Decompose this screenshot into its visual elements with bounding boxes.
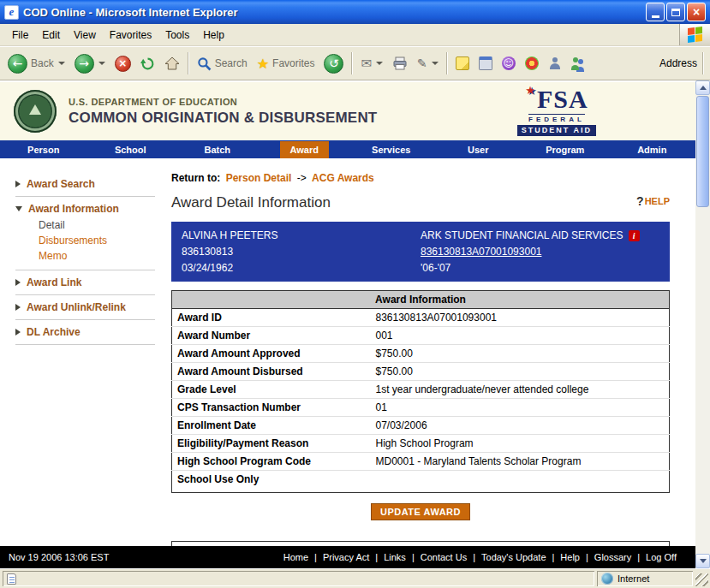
ie-app-icon: e	[4, 5, 19, 20]
page-title: Award Detail Information	[171, 194, 331, 211]
nav-services[interactable]: Services	[348, 140, 435, 158]
return-to-label: Return to:	[171, 172, 220, 184]
scrollbar-track[interactable]	[695, 95, 710, 554]
back-dropdown-icon	[58, 62, 65, 65]
footer-link-links[interactable]: Links	[384, 552, 406, 562]
web-page: U.S. DEPARTMENT OF EDUCATION COMMON ORIG…	[0, 80, 695, 568]
discuss-button[interactable]	[451, 54, 474, 73]
edit-dropdown-icon	[432, 62, 439, 65]
mail-button[interactable]: ✉	[356, 53, 387, 74]
nav-user[interactable]: User	[435, 140, 522, 158]
footer-link-home[interactable]: Home	[283, 552, 308, 562]
scrollbar-thumb[interactable]	[696, 96, 709, 207]
menu-file[interactable]: File	[5, 24, 35, 45]
table-row: Grade Level1st year undergraduate/never …	[172, 381, 670, 399]
toolbar-separator	[351, 52, 353, 74]
table-row: Award Amount Disbursed$750.00	[172, 363, 670, 381]
minimize-icon	[652, 15, 659, 18]
window-icon	[479, 56, 492, 70]
scroll-down-icon	[700, 559, 707, 563]
menu-view[interactable]: View	[67, 24, 103, 45]
search-button[interactable]: Search	[193, 54, 252, 74]
nav-admin[interactable]: Admin	[609, 140, 696, 158]
toolbar-separator	[188, 52, 189, 74]
menu-edit[interactable]: Edit	[35, 24, 67, 45]
close-button[interactable]: ×	[687, 3, 706, 21]
icq-button[interactable]	[521, 54, 543, 73]
footer-link-contact-us[interactable]: Contact Us	[421, 552, 467, 562]
table-row: Award ID836130813A07001093001	[172, 309, 670, 327]
status-message-pane	[3, 571, 594, 586]
forward-button[interactable]: →	[70, 51, 110, 76]
footer-link-help[interactable]: Help	[560, 552, 580, 562]
sidebar-item-award-search[interactable]: Award Search	[15, 178, 155, 190]
stop-button[interactable]: ×	[110, 53, 135, 74]
primary-nav: Person School Batch Award Services User …	[0, 140, 695, 158]
sidebar-item-disbursements[interactable]: Disbursements	[39, 235, 155, 246]
menu-favorites[interactable]: Favorites	[103, 24, 158, 45]
maximize-button[interactable]	[666, 3, 685, 21]
toolbar-separator	[446, 52, 448, 74]
sidebar: Award Search Award Information Detail Di…	[0, 158, 167, 546]
chevron-right-icon	[15, 304, 21, 311]
info-icon[interactable]: i	[629, 230, 640, 241]
dept-of-education-seal-icon	[14, 90, 57, 133]
home-button[interactable]	[160, 54, 184, 73]
page-icon	[7, 573, 16, 585]
table-row: Award Amount Approved$750.00	[172, 345, 670, 363]
menu-tools[interactable]: Tools	[158, 24, 196, 45]
messenger-button[interactable]	[567, 54, 589, 73]
table-row: CPS Transaction Number01	[172, 399, 670, 417]
sidebar-item-award-link[interactable]: Award Link	[15, 276, 155, 288]
icq-flower-icon	[525, 56, 539, 70]
footer-link-privacy-act[interactable]: Privacy Act	[323, 552, 369, 562]
footer-link-log-off[interactable]: Log Off	[646, 552, 677, 562]
nav-person[interactable]: Person	[0, 140, 87, 158]
edit-button[interactable]: ✎	[413, 54, 443, 73]
address-label: Address	[659, 57, 699, 69]
window-title: COD Online - Microsoft Internet Explorer	[23, 6, 641, 19]
help-button[interactable]: ? HELP	[636, 194, 670, 208]
sidebar-item-memo[interactable]: Memo	[39, 250, 155, 262]
scroll-down-button[interactable]	[695, 554, 710, 568]
site-banner: U.S. DEPARTMENT OF EDUCATION COMMON ORIG…	[0, 80, 695, 140]
sidebar-item-dl-archive[interactable]: DL Archive	[15, 326, 155, 338]
toolbar-separator	[702, 52, 704, 74]
sidebar-item-award-information[interactable]: Award Information	[15, 203, 155, 215]
breadcrumb-person-detail[interactable]: Person Detail	[226, 172, 292, 184]
mail-dropdown-icon	[376, 62, 383, 65]
sidebar-item-award-unlink-relink[interactable]: Award Unlink/Relink	[15, 301, 155, 313]
favorites-label: Favorites	[272, 57, 314, 69]
print-button[interactable]	[388, 54, 412, 73]
yahoo-button[interactable]: ☺	[498, 54, 520, 73]
sidebar-item-detail[interactable]: Detail	[39, 219, 155, 231]
refresh-button[interactable]	[136, 54, 159, 74]
nav-award[interactable]: Award	[261, 140, 349, 158]
capture-button[interactable]	[474, 54, 497, 73]
resize-grip[interactable]	[695, 573, 708, 586]
menu-help[interactable]: Help	[196, 24, 231, 45]
update-award-button[interactable]: UPDATE AWARD	[371, 503, 470, 520]
note-icon	[456, 56, 469, 70]
student-dob: 03/24/1962	[182, 262, 421, 274]
history-button[interactable]: ↺	[319, 51, 348, 76]
nav-program[interactable]: Program	[522, 140, 609, 158]
chevron-right-icon	[15, 329, 21, 336]
footer-links: Home | Privacy Act | Links | Contact Us …	[283, 552, 687, 562]
table-row: Award Number001	[172, 327, 670, 345]
award-id-link[interactable]: 836130813A07001093001	[421, 246, 659, 258]
vertical-scrollbar[interactable]	[695, 80, 710, 568]
favorites-button[interactable]: ★ Favorites	[253, 53, 319, 74]
nav-batch[interactable]: Batch	[174, 140, 261, 158]
footer-link-todays-update[interactable]: Today's Update	[481, 552, 546, 562]
breadcrumb-acg-awards[interactable]: ACG Awards	[312, 172, 374, 184]
contacts-button[interactable]	[544, 54, 566, 73]
minimize-button[interactable]	[646, 3, 665, 21]
student-ssn: 836130813	[182, 246, 421, 258]
scroll-up-button[interactable]	[695, 80, 710, 95]
zone-label: Internet	[618, 573, 649, 584]
back-button[interactable]: ← Back	[3, 51, 69, 76]
footer-link-glossary[interactable]: Glossary	[594, 552, 631, 562]
footer-timestamp: Nov 19 2006 13:06 EST	[9, 552, 109, 562]
nav-school[interactable]: School	[87, 140, 175, 158]
